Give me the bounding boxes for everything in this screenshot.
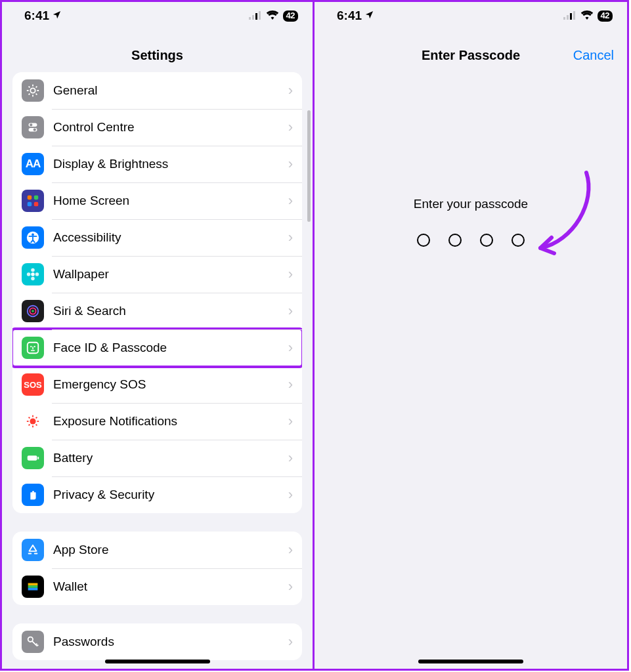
svg-point-26 [30,418,35,424]
chevron-right-icon: › [288,486,293,503]
battery-icon: 42 [598,10,613,22]
passcode-dots[interactable] [315,234,627,247]
chevron-right-icon: › [288,541,293,558]
settings-row-privacy-security[interactable]: Privacy & Security› [12,476,302,513]
row-label: Privacy & Security [53,488,284,502]
svg-rect-2 [255,13,257,20]
passcode-title: Enter Passcode [422,48,520,62]
chevron-right-icon: › [288,82,293,99]
svg-rect-12 [34,202,38,206]
passcode-dot [417,234,430,247]
settings-row-app-store[interactable]: App Store› [12,532,302,568]
svg-rect-35 [28,455,37,460]
wifi-icon [266,9,279,23]
chevron-right-icon: › [288,578,293,595]
svg-point-8 [33,129,36,131]
svg-rect-44 [567,15,569,20]
row-label: Passwords [53,635,284,649]
svg-point-25 [34,346,35,347]
row-label: App Store [53,543,284,557]
svg-rect-40 [28,585,38,588]
row-label: Wallet [53,579,284,594]
chevron-right-icon: › [288,192,293,209]
svg-rect-41 [28,588,38,591]
hand-icon [22,484,44,506]
cellular-icon [563,9,577,23]
row-label: General [53,83,284,98]
chevron-right-icon: › [288,303,293,320]
settings-row-face-id-passcode[interactable]: Face ID & Passcode› [12,329,302,366]
settings-row-battery[interactable]: Battery› [12,440,302,476]
settings-list[interactable]: General›Control Centre›AADisplay & Brigh… [2,72,313,660]
page-title: Settings [2,24,313,72]
chevron-right-icon: › [288,229,293,246]
grid-icon [22,190,44,212]
settings-row-accessibility[interactable]: Accessibility› [12,219,302,256]
chevron-right-icon: › [288,450,293,467]
svg-rect-46 [573,11,575,20]
settings-row-control-centre[interactable]: Control Centre› [12,109,302,146]
accessibility-icon [22,226,44,249]
chevron-right-icon: › [288,156,293,173]
settings-row-emergency-sos[interactable]: SOSEmergency SOS› [12,366,302,403]
location-icon [52,9,62,23]
page-title: Enter Passcode Cancel [315,24,627,72]
scrollbar[interactable] [307,110,311,222]
battery-icon [22,447,44,469]
key-icon [22,631,44,653]
settings-row-display-brightness[interactable]: AADisplay & Brightness› [12,146,302,182]
row-label: Face ID & Passcode [53,341,284,355]
chevron-right-icon: › [288,339,293,356]
row-label: Wallpaper [53,267,284,282]
settings-row-wallpaper[interactable]: Wallpaper› [12,256,302,293]
chevron-right-icon: › [288,376,293,393]
svg-point-42 [28,637,33,642]
settings-row-siri-search[interactable]: Siri & Search› [12,293,302,329]
svg-point-16 [31,268,35,272]
chevron-right-icon: › [288,633,293,650]
settings-row-passwords[interactable]: Passwords› [12,623,302,660]
sos-icon: SOS [22,373,44,396]
status-time: 6:41 [337,9,362,23]
settings-row-home-screen[interactable]: Home Screen› [12,182,302,219]
row-label: Control Centre [53,120,284,135]
svg-point-24 [30,346,32,347]
svg-line-33 [29,425,30,426]
svg-rect-0 [249,17,251,20]
settings-row-wallet[interactable]: Wallet› [12,568,302,605]
siri-icon [22,300,44,322]
chevron-right-icon: › [288,413,293,430]
passcode-dot [511,234,525,247]
svg-line-34 [36,417,37,419]
settings-row-exposure[interactable]: Exposure Notifications› [12,403,302,440]
row-label: Home Screen [53,194,284,208]
aa-icon: AA [22,153,44,175]
svg-rect-43 [563,17,565,20]
status-bar: 6:41 42 [2,2,313,24]
svg-point-19 [35,272,39,276]
cancel-button[interactable]: Cancel [573,48,614,63]
sliders-icon [22,116,44,138]
svg-line-31 [29,417,30,419]
passcode-dot [448,234,462,247]
row-label: Emergency SOS [53,377,284,392]
svg-rect-45 [570,13,572,20]
row-label: Exposure Notifications [53,414,284,429]
wifi-icon [580,9,594,23]
svg-point-17 [31,277,35,281]
svg-rect-9 [28,196,32,200]
svg-point-14 [32,234,34,236]
passcode-prompt: Enter your passcode [315,197,627,211]
svg-point-15 [31,272,35,276]
appstore-icon [22,539,44,561]
settings-group: General›Control Centre›AADisplay & Brigh… [12,72,302,513]
wallet-icon [22,576,44,598]
battery-icon: 42 [283,10,298,22]
settings-row-general[interactable]: General› [12,72,302,109]
home-indicator[interactable] [105,660,210,663]
settings-group: Passwords› [12,623,302,660]
home-indicator[interactable] [418,660,523,663]
svg-rect-10 [34,196,38,200]
faceid-icon [22,337,44,359]
svg-point-22 [32,310,34,312]
